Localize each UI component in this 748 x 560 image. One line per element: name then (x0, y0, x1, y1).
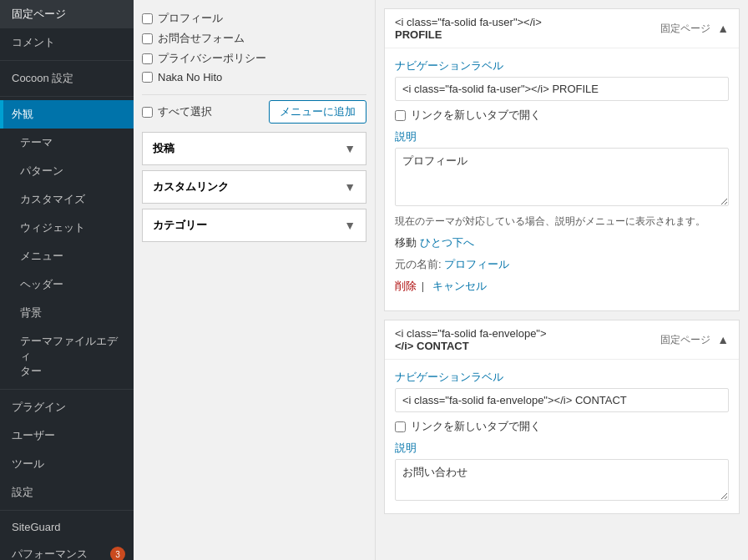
sidebar-item-fixed-page[interactable]: 固定ページ (0, 0, 134, 28)
chevron-down-icon: ▼ (344, 180, 356, 194)
sidebar-item-tool[interactable]: ツール (0, 450, 134, 478)
sidebar-item-user[interactable]: ユーザー (0, 421, 134, 450)
description-textarea-profile[interactable]: プロフィール (395, 148, 729, 206)
select-all-item: すべて選択 (142, 102, 212, 122)
nav-label-input-profile[interactable] (395, 77, 729, 101)
sidebar-item-header[interactable]: ヘッダー (0, 270, 134, 299)
checkbox-item-contact-form: お問合せフォーム (142, 28, 366, 48)
card-title-profile: <i class="fa-solid fa-user"></i> (395, 16, 542, 28)
sidebar-label: 設定 (12, 485, 33, 500)
separator: | (422, 280, 424, 292)
source-link-profile[interactable]: プロフィール (444, 258, 509, 270)
sidebar-item-pattern[interactable]: パターン (0, 157, 134, 185)
sidebar-item-comment[interactable]: コメント (0, 28, 134, 57)
source-row-profile: 元の名前: プロフィール (395, 257, 729, 272)
card-type-contact: 固定ページ (660, 333, 710, 347)
sidebar-item-performance[interactable]: パフォーマンス 3 (0, 540, 134, 560)
sidebar-item-customize[interactable]: カスタマイズ (0, 185, 134, 214)
checkbox-item-naka: Naka No Hito (142, 68, 366, 86)
menu-card-body-profile: ナビゲーションラベル リンクを新しいタブで開く 説明 プロフィール 現在のテーマ… (385, 48, 739, 310)
checkbox-label-naka: Naka No Hito (158, 71, 222, 83)
right-panel: <i class="fa-solid fa-user"></i> PROFILE… (376, 0, 748, 560)
menu-card-header-contact: <i class="fa-solid fa-envelope"> </i> CO… (385, 320, 739, 360)
new-tab-row-contact: リンクを新しいタブで開く (395, 419, 729, 434)
checkbox-label-privacy: プライバシーポリシー (158, 51, 266, 66)
move-row-profile: 移動 ひとつ下へ (395, 235, 729, 250)
sidebar-item-appearance[interactable]: 外観 (0, 100, 134, 129)
sidebar-label: 外観 (12, 107, 33, 122)
arrow-up-icon[interactable]: ▲ (717, 22, 729, 35)
card-subtitle-profile: PROFILE (395, 28, 542, 41)
accordion-header-custom-link[interactable]: カスタムリンク ▼ (143, 171, 366, 203)
sidebar-label: SiteGuard (12, 521, 61, 533)
checkbox-item-profile: プロフィール (142, 8, 366, 28)
new-tab-checkbox-profile[interactable] (395, 110, 406, 121)
accordion-custom-link: カスタムリンク ▼ (142, 170, 366, 204)
sidebar-item-theme-editor[interactable]: テーマファイルエディター (0, 327, 134, 386)
checkbox-contact-form[interactable] (142, 33, 153, 44)
select-all-label: すべて選択 (158, 104, 212, 119)
sidebar-label: ユーザー (12, 428, 55, 443)
new-tab-row-profile: リンクを新しいタブで開く (395, 108, 729, 123)
sidebar-label: カスタマイズ (20, 192, 85, 207)
cancel-link-profile[interactable]: キャンセル (432, 280, 487, 292)
menu-card-header-profile: <i class="fa-solid fa-user"></i> PROFILE… (385, 9, 739, 48)
sidebar-label: メニュー (20, 249, 63, 264)
sidebar-label: テーマ (20, 135, 53, 150)
menu-card-contact: <i class="fa-solid fa-envelope"> </i> CO… (384, 320, 740, 514)
accordion-label-post: 投稿 (153, 141, 174, 156)
checkbox-privacy[interactable] (142, 53, 153, 64)
nav-label-input-contact[interactable] (395, 388, 729, 412)
checkbox-item-privacy: プライバシーポリシー (142, 48, 366, 68)
chevron-down-icon: ▼ (344, 219, 356, 232)
sidebar-item-cocoon[interactable]: Cocoon 設定 (0, 64, 134, 93)
sidebar-item-theme[interactable]: テーマ (0, 129, 134, 157)
menu-card-profile: <i class="fa-solid fa-user"></i> PROFILE… (384, 8, 740, 311)
sidebar-label: 固定ページ (12, 7, 66, 22)
accordion-category: カテゴリー ▼ (142, 209, 366, 242)
accordion-header-category[interactable]: カテゴリー ▼ (143, 209, 366, 241)
accordion-header-post[interactable]: 投稿 ▼ (143, 133, 366, 164)
description-note-profile: 現在のテーマが対応している場合、説明がメニューに表示されます。 (395, 214, 729, 229)
sidebar-item-menu[interactable]: メニュー (0, 242, 134, 270)
nav-label-text-contact: ナビゲーションラベル (395, 370, 729, 385)
sidebar-label: ヘッダー (20, 277, 63, 292)
card-type-profile: 固定ページ (660, 22, 710, 36)
card-subtitle-contact: </i> CONTACT (395, 340, 547, 352)
sidebar-label: Cocoon 設定 (12, 71, 73, 86)
arrow-up-icon-contact[interactable]: ▲ (717, 333, 729, 346)
move-down-link[interactable]: ひとつ下へ (420, 236, 474, 249)
new-tab-label-contact: リンクを新しいタブで開く (411, 419, 541, 434)
sidebar-item-setting[interactable]: 設定 (0, 478, 134, 507)
card-title-contact: <i class="fa-solid fa-envelope"> (395, 327, 547, 340)
fixed-pages-section: プロフィール お問合せフォーム プライバシーポリシー Naka No Hito … (142, 8, 366, 124)
accordion-label-category: カテゴリー (153, 218, 207, 233)
add-menu-button[interactable]: メニューに追加 (269, 100, 366, 124)
sidebar-item-plugin[interactable]: プラグイン (0, 393, 134, 421)
checkbox-profile[interactable] (142, 13, 153, 24)
delete-link-profile[interactable]: 削除 (395, 280, 417, 292)
accordion-post: 投稿 ▼ (142, 132, 366, 165)
menu-card-body-contact: ナビゲーションラベル リンクを新しいタブで開く 説明 お問い合わせ (385, 360, 739, 513)
select-all-checkbox[interactable] (142, 107, 153, 118)
sidebar-label: パターン (20, 164, 63, 179)
sidebar-label: プラグイン (12, 400, 66, 415)
sidebar-label: コメント (12, 35, 55, 50)
sidebar-label: パフォーマンス (12, 547, 88, 560)
checkbox-naka[interactable] (142, 72, 153, 83)
sidebar-label: テーマファイルエディター (20, 334, 125, 379)
description-label-contact: 説明 (395, 441, 729, 456)
sidebar: 固定ページ コメント Cocoon 設定 外観 テーマ パターン カスタマイズ … (0, 0, 134, 560)
checkbox-label-contact-form: お問合せフォーム (158, 31, 245, 46)
new-tab-label-profile: リンクを新しいタブで開く (411, 108, 541, 123)
description-label-profile: 説明 (395, 129, 729, 144)
left-panel: プロフィール お問合せフォーム プライバシーポリシー Naka No Hito … (134, 0, 376, 560)
description-textarea-contact[interactable]: お問い合わせ (395, 459, 729, 501)
sidebar-label: ウィジェット (20, 220, 85, 235)
accordion-label-custom-link: カスタムリンク (153, 179, 229, 194)
new-tab-checkbox-contact[interactable] (395, 421, 406, 432)
nav-label-text-profile: ナビゲーションラベル (395, 58, 729, 73)
sidebar-item-background[interactable]: 背景 (0, 299, 134, 327)
sidebar-item-siteguard[interactable]: SiteGuard (0, 514, 134, 540)
sidebar-item-widget[interactable]: ウィジェット (0, 214, 134, 242)
